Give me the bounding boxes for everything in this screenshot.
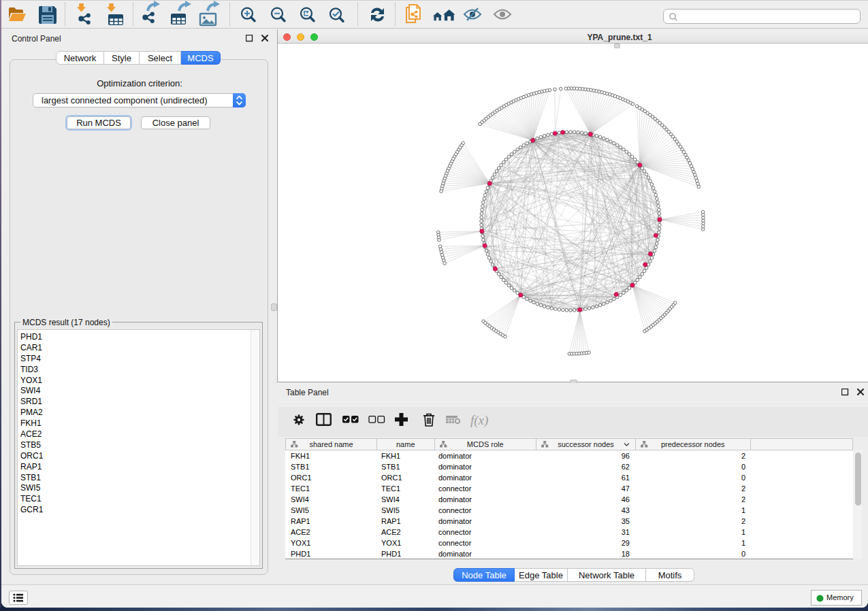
svg-text:f(x): f(x)	[470, 413, 488, 428]
